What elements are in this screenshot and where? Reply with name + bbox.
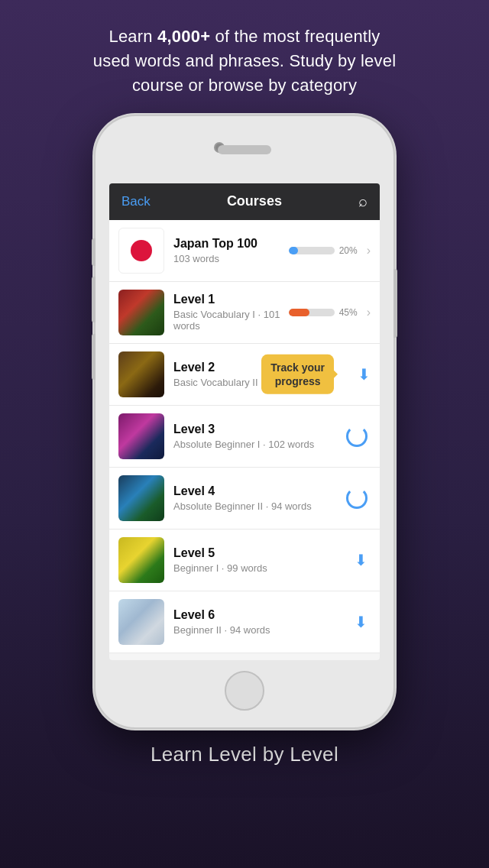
phone-frame: Back Courses ⌕ Japan Top 100 103 words 2… [96, 116, 393, 727]
course-thumbnail [118, 290, 164, 335]
course-thumbnail [118, 413, 164, 459]
navigation-bar: Back Courses ⌕ [109, 183, 380, 220]
progress-indicator: 45% [289, 307, 358, 318]
course-thumbnail [118, 537, 164, 583]
course-thumbnail [118, 228, 164, 274]
circle-progress-icon [346, 426, 368, 447]
course-name: Japan Top 100 [173, 237, 289, 251]
course-subtitle: Beginner I · 99 words [173, 562, 355, 574]
progress-bar [289, 247, 335, 254]
course-info: Level 4 Absolute Beginner II · 94 words [173, 484, 346, 512]
course-thumbnail [118, 475, 164, 521]
progress-label: 45% [339, 307, 358, 318]
course-subtitle: Basic Vocabulary I · 101 words [173, 309, 289, 332]
phone-screen: Back Courses ⌕ Japan Top 100 103 words 2… [109, 183, 380, 660]
course-name: Level 6 [173, 608, 355, 622]
phone-side-button-power [393, 269, 397, 338]
progress-bar [289, 309, 335, 316]
footer-label: Learn Level by Level [151, 727, 338, 766]
phone-home-button[interactable] [225, 671, 264, 711]
word-count-highlight: 4,000+ [157, 27, 210, 46]
nav-title: Courses [227, 193, 282, 209]
progress-indicator: 20% [289, 245, 358, 256]
list-item[interactable]: Level 2 Basic Vocabulary II · 240 words … [109, 344, 380, 406]
phone-side-button-vol-down [92, 334, 96, 380]
course-info: Level 1 Basic Vocabulary I · 101 words [173, 293, 289, 332]
course-subtitle: 103 words [173, 253, 289, 264]
download-icon[interactable]: ⬇ [358, 365, 371, 384]
phone-side-button-mute [92, 238, 96, 266]
course-info: Level 5 Beginner I · 99 words [173, 546, 355, 574]
course-name: Level 1 [173, 293, 289, 306]
course-name: Level 5 [173, 546, 355, 560]
course-thumbnail [118, 599, 164, 645]
course-info: Level 3 Absolute Beginner I · 102 words [173, 423, 346, 450]
circle-progress-icon [346, 487, 368, 509]
course-subtitle: Absolute Beginner I · 102 words [173, 439, 346, 450]
course-subtitle: Beginner II · 94 words [173, 624, 355, 636]
progress-label: 20% [339, 245, 358, 256]
search-icon[interactable]: ⌕ [358, 193, 368, 210]
courses-list: Japan Top 100 103 words 20% › Level 1 Ba… [109, 220, 380, 653]
course-info: Level 6 Beginner II · 94 words [173, 608, 355, 636]
download-icon[interactable]: ⬇ [355, 613, 368, 631]
list-item[interactable]: Level 5 Beginner I · 99 words ⬇ [109, 530, 380, 591]
list-item[interactable]: Level 3 Absolute Beginner I · 102 words [109, 406, 380, 468]
course-name: Level 3 [173, 423, 346, 436]
phone-speaker [218, 145, 271, 154]
list-item[interactable]: Level 4 Absolute Beginner II · 94 words [109, 468, 380, 530]
phone-side-button-vol-up [92, 277, 96, 322]
list-item[interactable]: Japan Top 100 103 words 20% › [109, 220, 380, 282]
course-name: Level 4 [173, 484, 346, 498]
chevron-right-icon: › [367, 244, 371, 257]
download-icon[interactable]: ⬇ [355, 551, 368, 569]
course-subtitle: Absolute Beginner II · 94 words [173, 500, 346, 512]
course-thumbnail [118, 351, 164, 397]
chevron-right-icon: › [367, 306, 371, 319]
phone-mockup: Back Courses ⌕ Japan Top 100 103 words 2… [96, 116, 393, 727]
header-description: Learn 4,000+ of the most frequently used… [63, 0, 427, 116]
progress-tooltip: Track yourprogress [261, 354, 334, 394]
course-info: Japan Top 100 103 words [173, 237, 289, 264]
back-button[interactable]: Back [121, 194, 151, 209]
list-item[interactable]: Level 6 Beginner II · 94 words ⬇ [109, 591, 380, 653]
list-item[interactable]: Level 1 Basic Vocabulary I · 101 words 4… [109, 282, 380, 344]
